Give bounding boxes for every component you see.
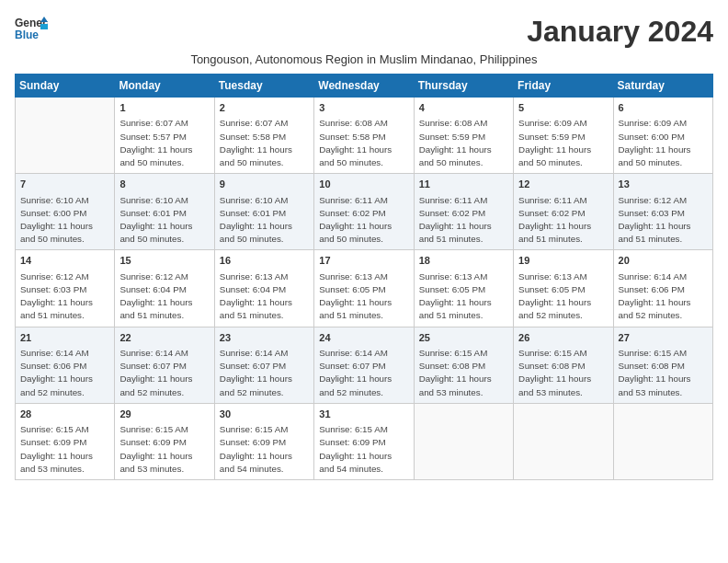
day-number: 12 [518,178,608,191]
table-row: 5Sunrise: 6:09 AMSunset: 5:59 PMDaylight… [514,98,613,174]
table-row: 19Sunrise: 6:13 AMSunset: 6:05 PMDayligh… [514,250,613,327]
day-number: 9 [220,178,309,191]
day-number: 6 [619,101,708,115]
day-info: Sunrise: 6:13 AMSunset: 6:05 PMDaylight:… [419,270,508,323]
day-info: Sunrise: 6:14 AMSunset: 6:07 PMDaylight:… [319,347,408,399]
calendar-week-row: 1Sunrise: 6:07 AMSunset: 5:57 PMDaylight… [16,98,713,174]
table-row: 14Sunrise: 6:12 AMSunset: 6:03 PMDayligh… [16,250,115,327]
table-row: 13Sunrise: 6:12 AMSunset: 6:03 PMDayligh… [613,174,712,250]
day-number: 14 [20,254,109,268]
day-info: Sunrise: 6:13 AMSunset: 6:04 PMDaylight:… [220,270,309,323]
col-wednesday: Wednesday [314,75,414,98]
day-number: 8 [119,178,209,191]
day-number: 1 [119,101,209,115]
col-sunday: Sunday [16,75,115,98]
table-row: 25Sunrise: 6:15 AMSunset: 6:08 PMDayligh… [414,327,513,403]
day-info: Sunrise: 6:15 AMSunset: 6:08 PMDaylight:… [619,347,708,399]
table-row: 12Sunrise: 6:11 AMSunset: 6:02 PMDayligh… [514,174,613,250]
table-row: 22Sunrise: 6:14 AMSunset: 6:07 PMDayligh… [115,327,214,403]
svg-marker-3 [40,24,48,29]
table-row: 10Sunrise: 6:11 AMSunset: 6:02 PMDayligh… [314,174,414,250]
day-info: Sunrise: 6:11 AMSunset: 6:02 PMDaylight:… [419,194,508,247]
table-row: 4Sunrise: 6:08 AMSunset: 5:59 PMDaylight… [414,98,513,174]
table-row: 24Sunrise: 6:14 AMSunset: 6:07 PMDayligh… [314,327,414,403]
day-info: Sunrise: 6:12 AMSunset: 6:03 PMDaylight:… [20,270,109,323]
table-row: 2Sunrise: 6:07 AMSunset: 5:58 PMDaylight… [214,98,313,174]
table-row: 21Sunrise: 6:14 AMSunset: 6:06 PMDayligh… [16,327,115,403]
table-row: 8Sunrise: 6:10 AMSunset: 6:01 PMDaylight… [115,174,214,250]
day-info: Sunrise: 6:10 AMSunset: 6:01 PMDaylight:… [220,194,309,247]
day-number: 21 [20,331,109,345]
day-number: 17 [319,254,408,268]
day-info: Sunrise: 6:10 AMSunset: 6:00 PMDaylight:… [20,194,109,247]
day-number: 16 [220,254,309,268]
table-row: 18Sunrise: 6:13 AMSunset: 6:05 PMDayligh… [414,250,513,327]
day-number: 18 [419,254,508,268]
svg-text:Blue: Blue [15,29,39,41]
day-number: 20 [619,254,708,268]
day-info: Sunrise: 6:11 AMSunset: 6:02 PMDaylight:… [518,194,608,247]
day-number: 10 [319,178,408,191]
table-row: 31Sunrise: 6:15 AMSunset: 6:09 PMDayligh… [314,403,414,479]
day-info: Sunrise: 6:15 AMSunset: 6:09 PMDaylight:… [119,423,209,476]
table-row: 20Sunrise: 6:14 AMSunset: 6:06 PMDayligh… [613,250,712,327]
day-info: Sunrise: 6:09 AMSunset: 5:59 PMDaylight:… [518,117,608,169]
table-row [613,403,712,479]
day-number: 15 [119,254,209,268]
table-row: 7Sunrise: 6:10 AMSunset: 6:00 PMDaylight… [16,174,115,250]
col-tuesday: Tuesday [214,75,313,98]
day-number: 25 [419,331,508,345]
day-info: Sunrise: 6:07 AMSunset: 5:58 PMDaylight:… [220,117,309,169]
calendar-header-row: Sunday Monday Tuesday Wednesday Thursday… [16,75,713,98]
day-info: Sunrise: 6:14 AMSunset: 6:07 PMDaylight:… [220,347,309,399]
table-row [16,98,115,174]
day-info: Sunrise: 6:15 AMSunset: 6:08 PMDaylight:… [518,347,608,399]
col-friday: Friday [514,75,613,98]
day-number: 11 [419,178,508,191]
day-number: 4 [419,101,508,115]
day-number: 13 [619,178,708,191]
day-info: Sunrise: 6:08 AMSunset: 5:58 PMDaylight:… [319,117,408,169]
day-number: 2 [220,101,309,115]
calendar-week-row: 14Sunrise: 6:12 AMSunset: 6:03 PMDayligh… [16,250,713,327]
day-number: 19 [518,254,608,268]
calendar-week-row: 21Sunrise: 6:14 AMSunset: 6:06 PMDayligh… [16,327,713,403]
header: General Blue January 2024 [15,15,713,49]
table-row: 15Sunrise: 6:12 AMSunset: 6:04 PMDayligh… [115,250,214,327]
day-number: 5 [518,101,608,115]
day-number: 24 [319,331,408,345]
table-row: 9Sunrise: 6:10 AMSunset: 6:01 PMDaylight… [214,174,313,250]
day-info: Sunrise: 6:14 AMSunset: 6:06 PMDaylight:… [619,270,708,323]
calendar-table: Sunday Monday Tuesday Wednesday Thursday… [15,74,713,480]
page-wrapper: General Blue January 2024 Tongouson, Aut… [15,15,713,480]
col-monday: Monday [115,75,214,98]
day-info: Sunrise: 6:12 AMSunset: 6:03 PMDaylight:… [619,194,708,247]
table-row: 1Sunrise: 6:07 AMSunset: 5:57 PMDaylight… [115,98,214,174]
day-number: 22 [119,331,209,345]
day-info: Sunrise: 6:15 AMSunset: 6:08 PMDaylight:… [419,347,508,399]
table-row: 16Sunrise: 6:13 AMSunset: 6:04 PMDayligh… [214,250,313,327]
day-number: 31 [319,408,408,421]
day-number: 27 [619,331,708,345]
day-number: 30 [220,408,309,421]
table-row: 26Sunrise: 6:15 AMSunset: 6:08 PMDayligh… [514,327,613,403]
day-number: 3 [319,101,408,115]
table-row: 30Sunrise: 6:15 AMSunset: 6:09 PMDayligh… [214,403,313,479]
table-row: 17Sunrise: 6:13 AMSunset: 6:05 PMDayligh… [314,250,414,327]
table-row: 6Sunrise: 6:09 AMSunset: 6:00 PMDaylight… [613,98,712,174]
day-info: Sunrise: 6:13 AMSunset: 6:05 PMDaylight:… [319,270,408,323]
day-number: 26 [518,331,608,345]
day-info: Sunrise: 6:14 AMSunset: 6:06 PMDaylight:… [20,347,109,399]
day-info: Sunrise: 6:10 AMSunset: 6:01 PMDaylight:… [119,194,209,247]
day-info: Sunrise: 6:15 AMSunset: 6:09 PMDaylight:… [20,423,109,476]
page-subtitle: Tongouson, Autonomous Region in Muslim M… [15,52,713,66]
table-row: 3Sunrise: 6:08 AMSunset: 5:58 PMDaylight… [314,98,414,174]
day-info: Sunrise: 6:08 AMSunset: 5:59 PMDaylight:… [419,117,508,169]
table-row: 23Sunrise: 6:14 AMSunset: 6:07 PMDayligh… [214,327,313,403]
logo: General Blue [15,15,48,42]
day-info: Sunrise: 6:09 AMSunset: 6:00 PMDaylight:… [619,117,708,169]
day-info: Sunrise: 6:07 AMSunset: 5:57 PMDaylight:… [119,117,209,169]
day-number: 29 [119,408,209,421]
logo-icon: General Blue [15,15,48,42]
col-thursday: Thursday [414,75,513,98]
